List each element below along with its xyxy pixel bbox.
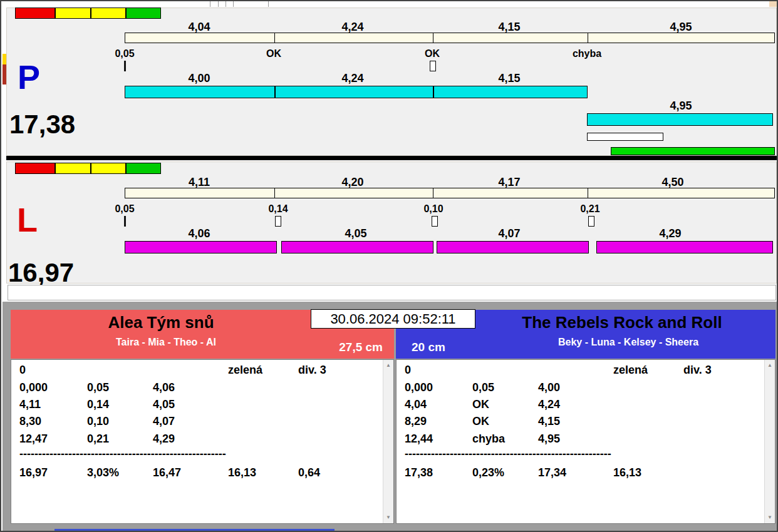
lane-l-ruler-value-4: 4,50 <box>641 176 704 189</box>
cell: 4,15 <box>538 415 560 428</box>
lane-p-change-label-4: chyba <box>556 48 618 59</box>
lane-l-ruler-value-1: 4,11 <box>168 176 231 189</box>
team-right-jump-height: 20 cm <box>412 340 445 354</box>
cell: 0,14 <box>87 398 109 411</box>
cell: 12,44 <box>405 432 433 446</box>
lane-l-change-label-4: 0,21 <box>559 203 621 215</box>
results-header-row: 0 zelená div. 3 <box>11 364 393 377</box>
lane-p-change-label-3: OK <box>401 48 464 59</box>
lane-l-time-bar-4 <box>596 241 773 253</box>
datetime-display: 30.06.2024 09:52:11 <box>311 309 475 329</box>
lane-p-ruler-value-1: 4,04 <box>168 21 231 34</box>
sliver-tick <box>226 1 226 7</box>
lane-l-letter: L <box>17 203 38 237</box>
cell: 4,04 <box>405 398 427 411</box>
lane-p-letter: P <box>18 60 40 94</box>
cell: 17,34 <box>538 466 566 479</box>
ruler-tick <box>274 188 275 198</box>
results-row: 8,29 OK 4,15 <box>397 415 775 429</box>
ruler-tick <box>588 188 588 198</box>
lane-l-status-lights <box>15 163 161 174</box>
cell: 0,000 <box>405 381 433 394</box>
lane-p-ruler-value-3: 4,15 <box>478 21 541 34</box>
results-panel-right: 0 zelená div. 3 0,000 0,05 4,00 4,04 OK … <box>396 359 775 524</box>
cell: 4,95 <box>538 432 560 446</box>
card-color: zelená <box>613 364 648 377</box>
lane-l-time-bar-2 <box>281 241 433 253</box>
cell: OK <box>472 398 489 411</box>
lane-p-bar-value-3: 4,15 <box>478 72 541 85</box>
lane-p-pending-bar <box>587 133 663 141</box>
cell: chyba <box>472 432 505 446</box>
results-row: 12,47 0,21 4,29 <box>11 432 393 446</box>
results-row: 4,04 OK 4,24 <box>397 398 775 412</box>
cell: 4,29 <box>153 432 175 446</box>
lane-p-overflow-bar <box>587 113 773 126</box>
divider-dashes: ----------------------------------------… <box>405 448 611 461</box>
timing-app-window: 4,04 4,24 4,15 4,95 0,05 OK OK chyba 4,0… <box>0 0 778 532</box>
lane-p-split-ruler <box>125 33 775 43</box>
change-mark-box <box>275 216 281 227</box>
start-value: 0 <box>405 364 411 377</box>
scrollbar[interactable]: ▲ ▼ <box>383 360 393 523</box>
team-right-members: Beky - Luna - Kelsey - Sheera <box>396 337 775 348</box>
results-header-row: 0 zelená div. 3 <box>397 364 775 377</box>
scrollbar[interactable]: ▲ ▼ <box>764 360 775 523</box>
cell: 0,05 <box>472 381 494 394</box>
cell: 4,11 <box>19 398 41 411</box>
ruler-tick <box>433 33 433 43</box>
division: div. 3 <box>683 364 712 377</box>
cell: 16,13 <box>228 466 256 479</box>
ruler-tick <box>274 33 275 43</box>
cell: 4,07 <box>153 415 175 428</box>
cell: 16,13 <box>613 466 641 479</box>
empty-progress-strip <box>8 285 776 300</box>
cell: 0,10 <box>87 415 109 428</box>
cell: 4,05 <box>153 398 175 411</box>
sliver-tick <box>210 1 210 7</box>
lane-l-bar-value-2: 4,05 <box>324 227 387 240</box>
team-left-jump-height: 27,5 cm <box>339 340 383 354</box>
scroll-up-arrow[interactable]: ▲ <box>383 361 393 371</box>
change-mark-line <box>124 216 126 227</box>
sliver-tick <box>218 1 219 7</box>
cell: 12,47 <box>19 432 48 446</box>
status-light-red <box>15 163 55 174</box>
status-light-green <box>126 163 161 174</box>
status-light-yellow <box>91 163 126 174</box>
lane-p-ruler-value-4: 4,95 <box>650 21 712 34</box>
results-summary-row: 16,97 3,03% 16,47 16,13 0,64 <box>11 466 393 480</box>
results-row: 0,000 0,05 4,00 <box>397 381 775 395</box>
lane-p-status-lights <box>15 8 161 19</box>
scroll-down-arrow[interactable]: ▼ <box>383 513 393 523</box>
lane-p-change-label-1: 0,05 <box>93 48 156 59</box>
lane-p-overflow-value: 4,95 <box>650 100 712 113</box>
change-mark-box <box>430 61 436 71</box>
results-divider: ----------------------------------------… <box>397 448 775 461</box>
lane-p-bar-value-1: 4,00 <box>168 72 231 85</box>
cell: 16,97 <box>19 466 48 479</box>
cell: 0,64 <box>298 466 320 479</box>
scroll-up-arrow[interactable]: ▲ <box>765 361 775 371</box>
lane-l-bar-value-1: 4,06 <box>168 227 231 240</box>
lane-l-ruler-value-3: 4,17 <box>478 176 541 189</box>
team-left-members: Taira - Mia - Theo - Al <box>11 337 394 348</box>
lane-l-change-label-1: 0,05 <box>93 203 156 215</box>
sliver-tick <box>268 1 269 7</box>
results-row: 0,000 0,05 4,06 <box>11 381 393 395</box>
bar-divider <box>274 86 276 98</box>
status-light-yellow <box>91 8 126 19</box>
cell: 8,30 <box>19 415 41 428</box>
lane-p-ruler-value-2: 4,24 <box>321 21 384 34</box>
results-row: 12,44 chyba 4,95 <box>397 432 775 446</box>
status-light-yellow <box>55 163 91 174</box>
division: div. 3 <box>298 364 326 377</box>
lane-l-ruler-value-2: 4,20 <box>321 176 384 189</box>
lane-p-time-bar <box>125 86 588 98</box>
bar-divider <box>433 86 434 98</box>
scroll-down-arrow[interactable]: ▼ <box>765 513 775 523</box>
lane-l-change-label-3: 0,10 <box>402 203 465 215</box>
cell: 3,03% <box>87 466 119 479</box>
change-mark-line <box>124 61 126 71</box>
status-light-yellow <box>55 8 91 19</box>
